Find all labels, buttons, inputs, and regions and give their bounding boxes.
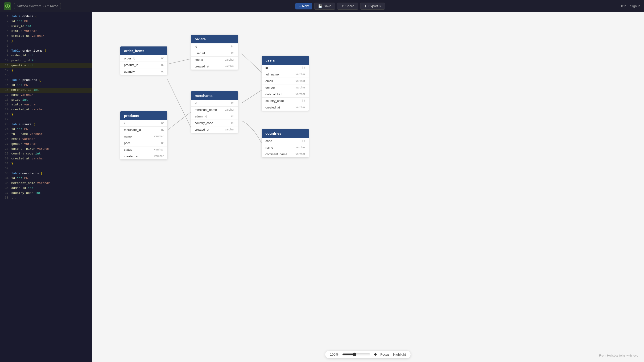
- field-name: price: [124, 141, 130, 145]
- line-content: Table products {: [11, 78, 41, 83]
- code-line-10[interactable]: 10 product_id int: [0, 58, 92, 63]
- code-line-35[interactable]: 35 merchant_name varchar: [0, 181, 92, 186]
- export-button[interactable]: ⬇ Export ▾: [360, 3, 385, 10]
- field-type: int: [302, 99, 305, 103]
- table-orders[interactable]: ordersidintuser_idintstatusvarcharcreate…: [191, 35, 238, 70]
- code-token: created_at: [11, 34, 32, 38]
- field-name: admin_id: [195, 115, 207, 118]
- code-panel[interactable]: 1Table orders {2 id int PK3 user_id int4…: [0, 12, 92, 362]
- code-line-15[interactable]: 15 id int PK: [0, 83, 92, 88]
- table-order_items[interactable]: order_itemsorder_idintproduct_idintquant…: [120, 47, 167, 75]
- table-header-users: users: [262, 56, 309, 65]
- line-number: 7: [2, 44, 8, 49]
- code-token: {: [39, 172, 43, 175]
- table-users[interactable]: usersidintfull_namevarcharemailvarcharge…: [262, 56, 309, 111]
- code-line-8[interactable]: 8Table order_items {: [0, 49, 92, 54]
- code-line-38[interactable]: 38 ...: [0, 195, 92, 200]
- save-button[interactable]: 💾 Save: [314, 3, 335, 10]
- diagram-name[interactable]: Untitled Diagram: [17, 4, 41, 8]
- code-line-21[interactable]: 21}: [0, 112, 92, 117]
- highlight-button[interactable]: Highlight: [393, 352, 406, 356]
- field-type: int: [231, 115, 234, 118]
- code-line-11[interactable]: 11 quantity int: [0, 63, 92, 68]
- code-line-17[interactable]: 17 name varchar: [0, 93, 92, 98]
- code-token: merchant_id: [11, 88, 34, 92]
- code-line-23[interactable]: 23Table users {: [0, 122, 92, 127]
- line-number: 25: [2, 132, 8, 137]
- code-line-34[interactable]: 34 id int PK: [0, 176, 92, 181]
- table-countries[interactable]: countriescodeintnamevarcharcontinent_nam…: [262, 129, 309, 157]
- code-token: {: [43, 49, 46, 53]
- code-token: id: [11, 20, 17, 23]
- svg-line-2: [167, 58, 193, 64]
- code-line-31[interactable]: 31}: [0, 161, 92, 166]
- code-line-5[interactable]: 5 created_at varchar: [0, 34, 92, 39]
- svg-line-4: [167, 110, 193, 130]
- code-line-4[interactable]: 4 status varchar: [0, 29, 92, 34]
- field-type: varchar: [296, 152, 305, 156]
- diagram-title-bar[interactable]: Untitled Diagram - Unsaved: [14, 3, 61, 9]
- share-button[interactable]: ↗ Share: [337, 3, 358, 10]
- line-content: ...: [11, 195, 17, 200]
- zoom-slider[interactable]: [342, 352, 370, 356]
- code-line-24[interactable]: 24 id int PK: [0, 127, 92, 132]
- focus-button[interactable]: Focus: [380, 352, 390, 356]
- code-line-6[interactable]: 6}: [0, 39, 92, 44]
- line-content: gender varchar: [11, 142, 37, 147]
- code-line-9[interactable]: 9 order_id int: [0, 53, 92, 58]
- diagram-canvas[interactable]: ordersidintuser_idintstatusvarcharcreate…: [92, 12, 644, 362]
- code-token: varchar: [20, 93, 34, 97]
- code-line-3[interactable]: 3 user_id int: [0, 24, 92, 29]
- code-token: int: [26, 25, 31, 28]
- line-content: status varchar: [11, 102, 37, 107]
- code-line-12[interactable]: 12}: [0, 68, 92, 73]
- code-line-1[interactable]: 1Table orders {: [0, 14, 92, 19]
- code-line-33[interactable]: 33Table merchants {: [0, 171, 92, 176]
- table-row: created_atvarchar: [191, 126, 238, 133]
- signin-link[interactable]: Sign in: [630, 4, 640, 8]
- table-products[interactable]: productsidintmerchant_idintnamevarcharpr…: [120, 111, 167, 159]
- help-link[interactable]: Help: [620, 4, 626, 8]
- share-icon: ↗: [341, 4, 344, 8]
- code-line-28[interactable]: 28 date_of_birth varchar: [0, 147, 92, 152]
- line-content: status varchar: [11, 29, 37, 34]
- table-row: codeint: [262, 138, 309, 144]
- field-name: quantity: [124, 70, 135, 73]
- line-number: 27: [2, 142, 8, 147]
- code-line-16[interactable]: 16 merchant_id int: [0, 88, 92, 93]
- code-line-26[interactable]: 26 email varchar: [0, 137, 92, 142]
- code-line-27[interactable]: 27 gender varchar: [0, 142, 92, 147]
- line-number: 11: [2, 63, 8, 68]
- code-line-13[interactable]: 13: [0, 73, 92, 78]
- line-number: 32: [2, 166, 8, 171]
- table-row: idint: [191, 43, 238, 50]
- code-token: admin_id: [11, 186, 28, 190]
- table-row: user_idint: [191, 50, 238, 57]
- code-line-32[interactable]: 32: [0, 166, 92, 171]
- code-line-30[interactable]: 30 created_at varchar: [0, 156, 92, 161]
- code-token: users: [22, 123, 32, 126]
- code-line-25[interactable]: 25 full_name varchar: [0, 132, 92, 137]
- field-type: int: [160, 63, 164, 67]
- code-line-2[interactable]: 2 id int PK: [0, 19, 92, 24]
- table-row: idint: [191, 100, 238, 107]
- code-token: country_code: [11, 191, 35, 195]
- code-line-36[interactable]: 36 admin_id int: [0, 186, 92, 191]
- line-content: Table users {: [11, 122, 35, 127]
- code-line-22[interactable]: 22: [0, 117, 92, 122]
- code-line-7[interactable]: 7: [0, 44, 92, 49]
- field-name: status: [124, 148, 132, 151]
- field-name: created_at: [195, 128, 209, 131]
- code-line-19[interactable]: 19 status varchar: [0, 102, 92, 107]
- code-line-37[interactable]: 37 country_code int: [0, 191, 92, 196]
- code-token: Table: [11, 172, 22, 175]
- code-line-29[interactable]: 29 country_code int: [0, 151, 92, 156]
- table-merchants[interactable]: merchantsidintmerchant_namevarcharadmin_…: [191, 91, 238, 133]
- code-token: varchar: [37, 181, 50, 185]
- code-line-20[interactable]: 20 created_at varchar: [0, 107, 92, 112]
- line-content: country_code int: [11, 191, 41, 196]
- line-number: 8: [2, 49, 8, 54]
- new-button[interactable]: + New: [295, 3, 312, 10]
- code-line-14[interactable]: 14Table products {: [0, 78, 92, 83]
- code-line-18[interactable]: 18 price int: [0, 98, 92, 103]
